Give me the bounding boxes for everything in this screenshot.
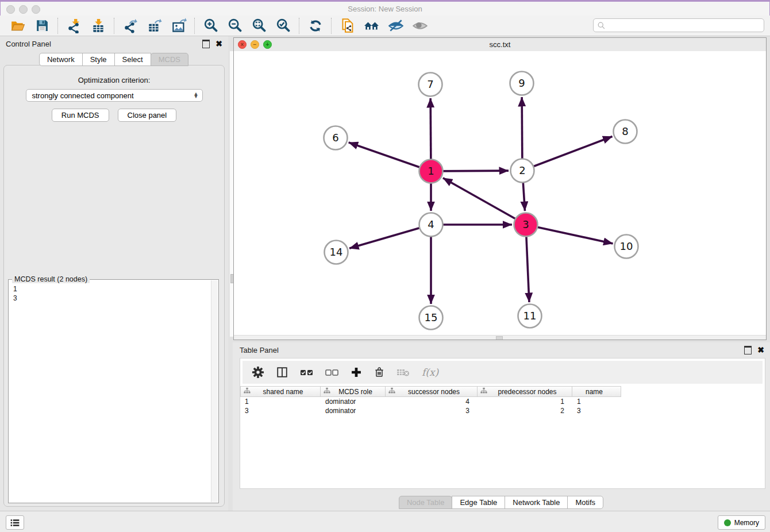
open-session-icon[interactable]	[10, 18, 26, 34]
table-tab-network-table[interactable]: Network Table	[505, 496, 568, 509]
column-header-name[interactable]: name	[572, 386, 621, 397]
show-all-icon[interactable]	[412, 18, 428, 34]
import-network-icon[interactable]	[66, 18, 82, 34]
edge-3-1[interactable]	[443, 178, 526, 225]
deselect-all-icon[interactable]	[325, 368, 339, 377]
search-input[interactable]	[606, 20, 764, 31]
cell[interactable]: 1	[478, 398, 572, 406]
edge-4-14[interactable]	[349, 225, 431, 248]
network-minimize-button[interactable]: −	[251, 40, 259, 49]
zoom-in-icon[interactable]	[203, 18, 219, 34]
new-network-from-selection-icon[interactable]	[340, 18, 356, 34]
tab-network[interactable]: Network	[39, 53, 83, 66]
node-label-1: 1	[428, 165, 434, 177]
edge-1-6[interactable]	[349, 142, 431, 171]
cell[interactable]: 3	[386, 407, 478, 415]
network-graph[interactable]: 7968124314101511	[234, 51, 766, 339]
tab-style[interactable]: Style	[82, 53, 115, 66]
run-mcds-button[interactable]: Run MCDS	[52, 109, 109, 122]
zoom-fit-icon[interactable]	[251, 18, 267, 34]
table-tab-node-table[interactable]: Node Table	[399, 496, 453, 509]
select-all-icon[interactable]	[300, 368, 314, 377]
toolbar-divider	[194, 18, 195, 34]
add-row-icon[interactable]	[351, 367, 362, 378]
export-network-icon[interactable]	[122, 18, 138, 34]
memory-button[interactable]: Memory	[718, 515, 765, 530]
scrollbar-grip[interactable]	[496, 336, 503, 340]
optimization-criterion-label: Optimization criterion:	[4, 76, 224, 84]
table-settings-gear-icon[interactable]	[252, 366, 264, 379]
tab-select[interactable]: Select	[114, 53, 151, 66]
tab-mcds[interactable]: MCDS	[151, 53, 188, 66]
column-type-icon	[480, 387, 487, 396]
mcds-result-text[interactable]: 13	[9, 282, 211, 503]
control-panel-tabs: NetworkStyleSelectMCDS	[0, 53, 228, 66]
table-panel-tabs: Node TableEdge TableNetwork TableMotifs	[233, 496, 770, 509]
column-header-successor-nodes[interactable]: successor nodes	[386, 386, 478, 397]
edge-2-8[interactable]	[522, 137, 613, 171]
node-table: shared nameMCDS rolesuccessor nodesprede…	[240, 386, 765, 415]
node-label-10: 10	[620, 240, 633, 252]
delete-row-trash-icon[interactable]	[374, 367, 385, 378]
cell[interactable]: 2	[478, 407, 572, 415]
cell[interactable]: 3	[572, 407, 621, 415]
status-bar: Memory	[0, 511, 770, 532]
node-label-3: 3	[522, 218, 529, 230]
export-table-icon[interactable]	[147, 18, 163, 34]
cell[interactable]: 1	[240, 398, 321, 406]
column-label: name	[572, 388, 621, 396]
column-label: predecessor nodes	[487, 388, 572, 396]
table-tab-edge-table[interactable]: Edge Table	[452, 496, 505, 509]
dropdown-value: strongly connected component	[32, 91, 194, 100]
float-panel-icon[interactable]	[202, 40, 210, 48]
delete-column-icon[interactable]	[396, 367, 410, 377]
table-row[interactable]: 3dominator323	[240, 406, 765, 415]
network-window-title: scc.txt	[234, 38, 766, 49]
function-builder-icon[interactable]: f(x)	[422, 367, 438, 378]
column-header-shared-name[interactable]: shared name	[240, 386, 321, 397]
toolbar-divider	[331, 18, 332, 34]
zoom-selected-icon[interactable]	[275, 18, 291, 34]
cell[interactable]: 3	[240, 407, 321, 415]
network-maximize-button[interactable]: +	[263, 40, 272, 49]
node-label-6: 6	[332, 132, 338, 144]
list-icon	[10, 518, 20, 527]
column-header-predecessor-nodes[interactable]: predecessor nodes	[478, 386, 572, 397]
cell[interactable]: 4	[386, 398, 478, 406]
close-table-panel-icon[interactable]: ✖	[757, 346, 764, 354]
network-canvas[interactable]: 7968124314101511	[234, 51, 766, 340]
table-panel: Table Panel ✖	[233, 342, 770, 511]
result-line: 1	[13, 284, 211, 294]
cell[interactable]: 1	[572, 398, 621, 406]
titlebar: Session: New Session	[0, 0, 770, 17]
close-panel-button[interactable]: Close panel	[118, 109, 177, 122]
edge-3-10[interactable]	[526, 225, 613, 244]
memory-status-dot	[724, 519, 731, 526]
hide-selected-icon[interactable]	[388, 18, 404, 34]
column-type-icon	[244, 387, 251, 396]
cell[interactable]: dominator	[321, 398, 386, 406]
close-panel-icon[interactable]: ✖	[215, 40, 222, 48]
network-bottom-scrollbar[interactable]	[234, 335, 766, 340]
toolbar-divider	[57, 18, 59, 34]
float-table-panel-icon[interactable]	[744, 346, 752, 354]
save-session-icon[interactable]	[34, 18, 50, 34]
result-scrollbar[interactable]	[211, 280, 218, 502]
first-neighbors-icon[interactable]	[364, 18, 380, 34]
task-history-button[interactable]	[6, 515, 24, 530]
refresh-icon[interactable]	[307, 18, 324, 34]
column-label: MCDS role	[330, 388, 385, 396]
import-table-icon[interactable]	[90, 18, 106, 34]
table-row[interactable]: 1dominator411	[240, 397, 765, 406]
cell[interactable]: dominator	[321, 407, 386, 415]
optimization-criterion-dropdown[interactable]: strongly connected component ▲▼	[26, 89, 203, 102]
result-line: 3	[13, 294, 211, 303]
show-columns-icon[interactable]	[276, 366, 288, 379]
export-image-icon[interactable]	[171, 18, 187, 34]
node-label-11: 11	[523, 310, 537, 322]
network-close-button[interactable]: ×	[238, 40, 247, 49]
table-tab-motifs[interactable]: Motifs	[567, 496, 603, 509]
zoom-out-icon[interactable]	[227, 18, 243, 34]
node-label-2: 2	[519, 164, 525, 176]
column-header-MCDS-role[interactable]: MCDS role	[321, 386, 386, 397]
